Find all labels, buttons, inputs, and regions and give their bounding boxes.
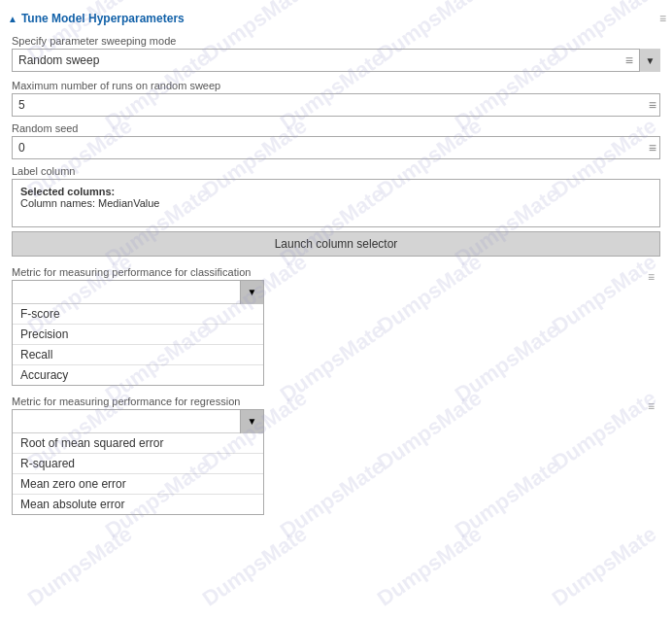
sweep-mode-field: Specify parameter sweeping mode Random s… [12, 35, 660, 72]
random-seed-field: Random seed ≡ [12, 122, 660, 159]
regression-option-rmse[interactable]: Root of mean squared error [13, 433, 263, 454]
regression-option-mae[interactable]: Mean absolute error [13, 495, 263, 514]
label-column-selected-label: Selected columns: [20, 186, 652, 197]
max-runs-label: Maximum number of runs on random sweep [12, 80, 660, 91]
random-seed-menu-icon: ≡ [649, 140, 656, 155]
section-menu-icon[interactable]: ≡ [659, 12, 666, 25]
launch-column-selector-button[interactable]: Launch column selector [12, 231, 660, 257]
regression-option-mzoe[interactable]: Mean zero one error [13, 474, 263, 495]
section-content: Specify parameter sweeping mode Random s… [0, 35, 672, 515]
regression-metric-options: Root of mean squared error R-squared Mea… [13, 433, 263, 514]
random-seed-input[interactable] [12, 136, 660, 159]
regression-dropdown-header: ▼ [13, 410, 263, 433]
regression-dropdown-arrow-btn[interactable]: ▼ [240, 410, 263, 433]
classification-metric-menu-icon: ≡ [648, 270, 655, 284]
main-container: ▲ Tune Model Hyperparameters ≡ Specify p… [0, 0, 672, 620]
max-runs-field: Maximum number of runs on random sweep ≡ [12, 80, 660, 117]
regression-metric-field: Metric for measuring performance for reg… [12, 396, 660, 515]
classification-option-recall[interactable]: Recall [13, 345, 263, 365]
sweep-mode-select-wrapper: Random sweep ▼ ≡ [12, 49, 660, 72]
label-column-value: Column names: MedianValue [20, 197, 652, 209]
classification-metric-field: Metric for measuring performance for cla… [12, 266, 660, 386]
random-seed-label: Random seed [12, 122, 660, 134]
classification-dropdown-header: ▼ [13, 281, 263, 304]
classification-metric-options: F-score Precision Recall Accuracy [13, 304, 263, 385]
sweep-mode-select[interactable]: Random sweep [12, 49, 660, 72]
classification-option-fscore[interactable]: F-score [13, 304, 263, 325]
classification-option-precision[interactable]: Precision [13, 325, 263, 345]
classification-metric-label: Metric for measuring performance for cla… [12, 266, 660, 278]
label-column-field: Label column Selected columns: Column na… [12, 165, 660, 257]
regression-option-rsquared[interactable]: R-squared [13, 454, 263, 474]
classification-metric-dropdown: ▼ F-score Precision Recall Accuracy [12, 280, 264, 386]
section-title: Tune Model Hyperparameters [21, 12, 185, 25]
label-column-box: Selected columns: Column names: MedianVa… [12, 179, 660, 227]
regression-metric-label: Metric for measuring performance for reg… [12, 396, 660, 407]
classification-dropdown-arrow-btn[interactable]: ▼ [240, 281, 263, 304]
max-runs-input[interactable] [12, 93, 660, 117]
regression-metric-dropdown: ▼ Root of mean squared error R-squared M… [12, 409, 264, 515]
label-column-label: Label column [12, 165, 660, 177]
section-header-row: ▲ Tune Model Hyperparameters ≡ [0, 8, 672, 29]
sweep-mode-label: Specify parameter sweeping mode [12, 35, 660, 47]
collapse-arrow-icon: ▲ [8, 14, 17, 24]
section-header[interactable]: ▲ Tune Model Hyperparameters [0, 8, 672, 29]
classification-option-accuracy[interactable]: Accuracy [13, 365, 263, 385]
regression-metric-menu-icon: ≡ [648, 399, 655, 413]
max-runs-menu-icon: ≡ [649, 97, 656, 113]
sweep-mode-menu-icon: ≡ [625, 52, 633, 68]
